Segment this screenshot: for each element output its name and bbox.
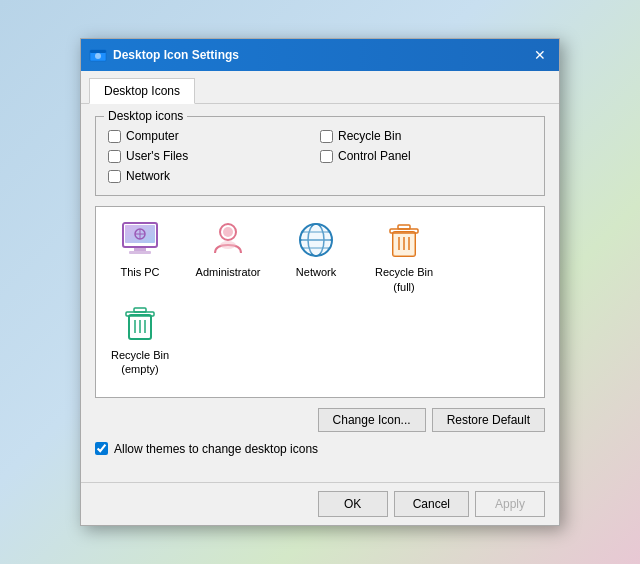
checkbox-computer-input[interactable] (108, 130, 121, 143)
recycle-bin-empty-label: Recycle Bin(empty) (111, 348, 169, 377)
icon-row-1: This PC Administrator (108, 219, 532, 294)
network-icon (295, 219, 337, 261)
checkbox-users-files-label: User's Files (126, 149, 188, 163)
icon-row-2: Recycle Bin(empty) (108, 302, 532, 377)
recycle-bin-full-icon (383, 219, 425, 261)
icon-network[interactable]: Network (284, 219, 348, 279)
title-bar: Desktop Icon Settings ✕ (81, 39, 559, 71)
dialog-body: Desktop icons Computer Recycle Bin User'… (81, 104, 559, 481)
checkbox-recycle-bin-label: Recycle Bin (338, 129, 401, 143)
this-pc-icon (119, 219, 161, 261)
dialog-icon (89, 46, 107, 64)
svg-rect-7 (129, 251, 151, 254)
apply-button[interactable]: Apply (475, 491, 545, 517)
close-button[interactable]: ✕ (529, 44, 551, 66)
administrator-label: Administrator (196, 265, 261, 279)
dialog-footer: OK Cancel Apply (81, 482, 559, 525)
checkbox-recycle-bin[interactable]: Recycle Bin (320, 129, 532, 143)
svg-rect-32 (134, 308, 146, 312)
network-label: Network (296, 265, 336, 279)
allow-themes-label[interactable]: Allow themes to change desktop icons (95, 442, 545, 456)
checkbox-computer-label: Computer (126, 129, 179, 143)
svg-point-12 (223, 227, 233, 237)
checkbox-recycle-bin-input[interactable] (320, 130, 333, 143)
action-buttons: Change Icon... Restore Default (95, 408, 545, 432)
allow-themes-text: Allow themes to change desktop icons (114, 442, 318, 456)
checkbox-users-files[interactable]: User's Files (108, 149, 320, 163)
allow-themes-checkbox[interactable] (95, 442, 108, 455)
change-icon-button[interactable]: Change Icon... (318, 408, 426, 432)
checkbox-users-files-input[interactable] (108, 150, 121, 163)
dialog-window: Desktop Icon Settings ✕ Desktop Icons De… (80, 38, 560, 525)
this-pc-label: This PC (120, 265, 159, 279)
svg-point-13 (220, 241, 236, 249)
checkbox-computer[interactable]: Computer (108, 129, 320, 143)
cancel-button[interactable]: Cancel (394, 491, 469, 517)
tab-bar: Desktop Icons (81, 71, 559, 104)
icon-panel: This PC Administrator (95, 206, 545, 397)
icon-this-pc[interactable]: This PC (108, 219, 172, 279)
checkbox-network-input[interactable] (108, 170, 121, 183)
group-label: Desktop icons (104, 109, 187, 123)
svg-rect-6 (134, 247, 146, 251)
checkbox-grid: Computer Recycle Bin User's Files Contro… (108, 129, 532, 183)
ok-button[interactable]: OK (318, 491, 388, 517)
recycle-bin-empty-icon (119, 302, 161, 344)
svg-rect-1 (90, 50, 106, 53)
tab-desktop-icons[interactable]: Desktop Icons (89, 78, 195, 104)
checkbox-control-panel-input[interactable] (320, 150, 333, 163)
checkbox-control-panel[interactable]: Control Panel (320, 149, 532, 163)
dialog-title: Desktop Icon Settings (113, 48, 529, 62)
icon-recycle-bin-full[interactable]: Recycle Bin(full) (372, 219, 436, 294)
svg-rect-26 (398, 225, 410, 229)
checkbox-network-label: Network (126, 169, 170, 183)
recycle-bin-full-label: Recycle Bin(full) (375, 265, 433, 294)
desktop-icons-group: Desktop icons Computer Recycle Bin User'… (95, 116, 545, 196)
icon-recycle-bin-empty[interactable]: Recycle Bin(empty) (108, 302, 172, 377)
svg-point-19 (302, 226, 330, 254)
restore-default-button[interactable]: Restore Default (432, 408, 545, 432)
svg-point-2 (95, 53, 101, 59)
checkbox-network[interactable]: Network (108, 169, 320, 183)
icon-administrator[interactable]: Administrator (196, 219, 260, 279)
administrator-icon (207, 219, 249, 261)
checkbox-control-panel-label: Control Panel (338, 149, 411, 163)
